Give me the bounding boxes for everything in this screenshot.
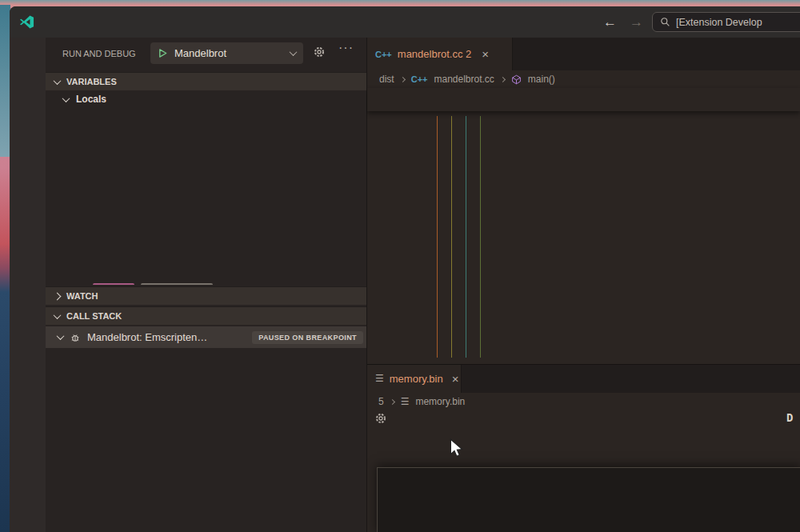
chevron-down-icon	[54, 311, 62, 319]
editor-group: C++ mandelbrot.cc 2 × dist C++ mandelbro…	[366, 38, 800, 532]
hex-column-header: D	[367, 410, 800, 429]
more-actions-icon[interactable]: ···	[338, 41, 354, 55]
cpp-file-icon: C++	[375, 50, 392, 59]
command-center-search[interactable]: [Extension Develop	[652, 12, 800, 32]
locals-scope[interactable]: Locals	[63, 94, 106, 105]
call-stack-thread-row[interactable]: Mandelbrot: Emscripten… PAUSED ON BREAKP…	[46, 326, 366, 348]
variables-label: VARIABLES	[66, 77, 117, 86]
run-and-debug-sidebar: RUN AND DEBUG Mandelbrot ··· VARIABLES L…	[46, 38, 366, 532]
chevron-right-icon	[390, 398, 395, 404]
hex-settings-gear-icon[interactable]	[374, 412, 387, 427]
breadcrumb-folder[interactable]: 5	[378, 396, 384, 407]
editor-tab-bar: C++ mandelbrot.cc 2 ×	[367, 38, 800, 70]
code-area[interactable]	[367, 111, 800, 364]
launch-config-dropdown[interactable]: Mandelbrot	[150, 42, 303, 64]
chevron-down-icon	[290, 48, 298, 56]
history-nav: ← →	[603, 6, 643, 38]
title-bar: ← → [Extension Develop	[10, 6, 800, 38]
breadcrumb-file[interactable]: memory.bin	[415, 396, 465, 407]
breadcrumb-file[interactable]: mandelbrot.cc	[434, 74, 494, 85]
forward-arrow-icon[interactable]: →	[630, 14, 643, 30]
search-text: [Extension Develop	[676, 17, 762, 28]
indent-guide	[451, 116, 452, 358]
indent-guide	[437, 116, 438, 358]
locals-label: Locals	[76, 94, 106, 105]
vscode-logo-icon	[19, 14, 34, 30]
bug-icon	[70, 332, 81, 343]
indent-guide	[480, 116, 481, 358]
sidebar-title: RUN AND DEBUG	[62, 49, 136, 58]
tab-mandelbrot-cc[interactable]: C++ mandelbrot.cc 2 ×	[367, 38, 513, 70]
sticky-scroll-line[interactable]	[367, 88, 800, 111]
activity-bar	[10, 38, 46, 532]
close-icon[interactable]: ×	[482, 47, 489, 61]
chevron-right-icon	[500, 76, 506, 82]
back-arrow-icon[interactable]: ←	[603, 14, 617, 30]
paused-status-badge: PAUSED ON BREAKPOINT	[252, 331, 363, 344]
tab-label: mandelbrot.cc 2	[398, 48, 472, 60]
cpp-file-icon: C++	[411, 74, 428, 84]
breadcrumb-folder[interactable]: dist	[379, 74, 394, 85]
variable-row-partial	[78, 279, 366, 285]
chevron-right-icon	[54, 292, 62, 300]
file-lines-icon: ☰	[375, 378, 384, 380]
tab-memory-bin[interactable]: ☰ memory.bin ×	[367, 365, 462, 393]
panel-tab-bar: ☰ memory.bin ×	[367, 365, 800, 393]
debug-start-icon[interactable]	[158, 48, 168, 58]
breadcrumb-symbol[interactable]: main()	[528, 74, 555, 85]
search-icon	[660, 17, 670, 27]
chevron-right-icon	[400, 76, 406, 82]
launch-config-name: Mandelbrot	[174, 47, 284, 59]
decoded-text-header: D	[786, 411, 793, 424]
mouse-cursor	[448, 438, 466, 458]
watch-section-header[interactable]: WATCH	[46, 286, 366, 305]
chevron-down-icon	[62, 94, 70, 102]
watch-label: WATCH	[66, 291, 98, 301]
vscode-window: ← → [Extension Develop RUN AND DEBUG Man…	[10, 6, 800, 532]
breadcrumb[interactable]: dist C++ mandelbrot.cc main()	[367, 70, 800, 88]
symbol-method-icon	[511, 74, 522, 85]
chevron-down-icon	[57, 332, 65, 340]
call-stack-label: CALL STACK	[66, 311, 122, 321]
hex-editor-panel: ☰ memory.bin × 5 ☰ memory.bin D	[367, 364, 800, 532]
close-icon[interactable]: ×	[452, 372, 459, 386]
call-stack-section-header[interactable]: CALL STACK	[46, 306, 366, 325]
hex-breadcrumb[interactable]: 5 ☰ memory.bin	[367, 393, 800, 410]
thread-name: Mandelbrot: Emscripten…	[87, 331, 207, 343]
variables-section-header[interactable]: VARIABLES	[46, 72, 366, 90]
tab-label: memory.bin	[390, 373, 443, 385]
indent-guide	[466, 116, 466, 358]
chevron-down-icon	[54, 77, 62, 85]
data-inspector-popup	[377, 467, 800, 532]
debug-settings-gear-icon[interactable]	[313, 46, 326, 62]
file-lines-icon: ☰	[401, 401, 410, 403]
